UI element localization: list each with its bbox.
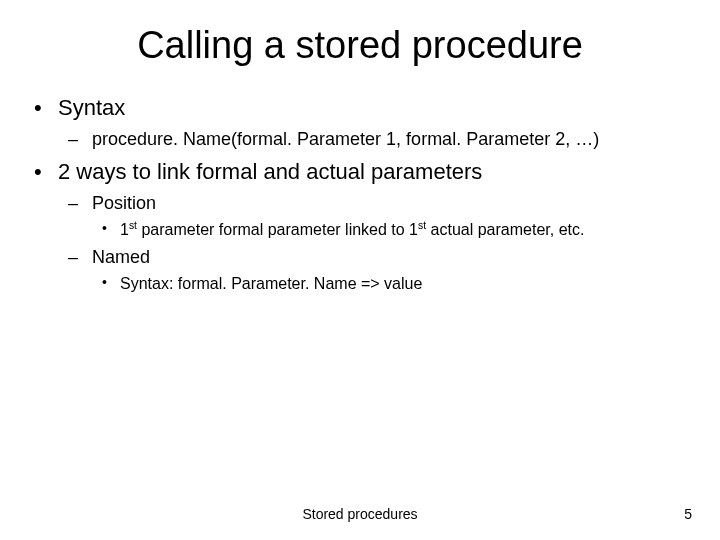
bullet-position: Position 1st parameter formal parameter … bbox=[58, 191, 692, 241]
bullet-named: Named Syntax: formal. Parameter. Name =>… bbox=[58, 245, 692, 295]
bullet-list-lvl3: Syntax: formal. Parameter. Name => value bbox=[92, 273, 692, 295]
bullet-text: 2 ways to link formal and actual paramet… bbox=[58, 159, 482, 184]
page-number: 5 bbox=[684, 506, 692, 522]
bullet-text: Syntax bbox=[58, 95, 125, 120]
slide-title: Calling a stored procedure bbox=[0, 0, 720, 75]
bullet-list-lvl3: 1st parameter formal parameter linked to… bbox=[92, 219, 692, 241]
bullet-list-lvl1: Syntax procedure. Name(formal. Parameter… bbox=[28, 93, 692, 294]
bullet-list-lvl2: procedure. Name(formal. Parameter 1, for… bbox=[58, 127, 692, 151]
ordinal-suffix: st bbox=[418, 220, 426, 231]
bullet-position-detail: 1st parameter formal parameter linked to… bbox=[92, 219, 692, 241]
bullet-text: procedure. Name(formal. Parameter 1, for… bbox=[92, 129, 599, 149]
bullet-syntax: Syntax procedure. Name(formal. Parameter… bbox=[28, 93, 692, 151]
bullet-syntax-detail: procedure. Name(formal. Parameter 1, for… bbox=[58, 127, 692, 151]
bullet-list-lvl2: Position 1st parameter formal parameter … bbox=[58, 191, 692, 295]
slide: Calling a stored procedure Syntax proced… bbox=[0, 0, 720, 540]
bullet-two-ways: 2 ways to link formal and actual paramet… bbox=[28, 157, 692, 294]
bullet-named-detail: Syntax: formal. Parameter. Name => value bbox=[92, 273, 692, 295]
bullet-text: Named bbox=[92, 247, 150, 267]
slide-body: Syntax procedure. Name(formal. Parameter… bbox=[0, 75, 720, 294]
text-part: parameter formal parameter linked to 1 bbox=[137, 221, 418, 238]
ordinal-suffix: st bbox=[129, 220, 137, 231]
text-part: 1 bbox=[120, 221, 129, 238]
bullet-text: Syntax: formal. Parameter. Name => value bbox=[120, 275, 422, 292]
footer-title: Stored procedures bbox=[0, 506, 720, 522]
bullet-text: Position bbox=[92, 193, 156, 213]
text-part: actual parameter, etc. bbox=[426, 221, 584, 238]
